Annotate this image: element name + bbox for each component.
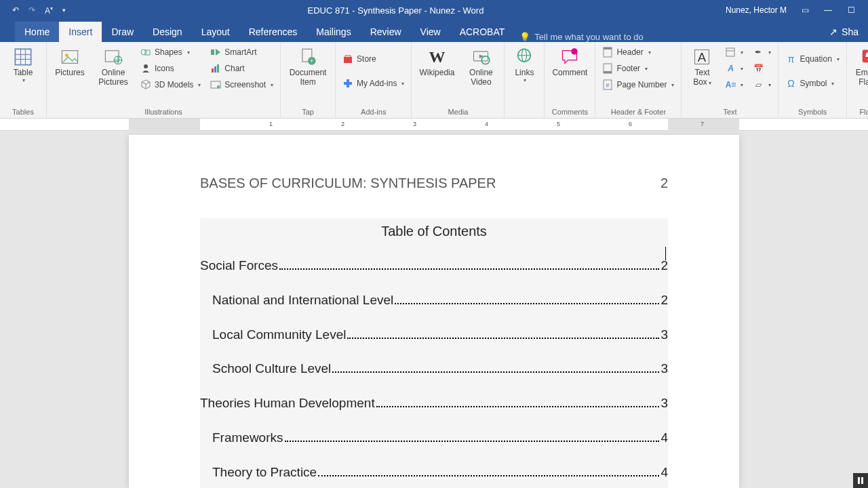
group-addins-label: Add-ins [336, 108, 411, 118]
store-button[interactable]: Store [340, 52, 407, 66]
text-box-button[interactable]: A Text Box▾ [686, 45, 718, 88]
group-media-label: Media [412, 108, 504, 118]
tab-insert[interactable]: Insert [59, 22, 102, 42]
svg-rect-31 [604, 47, 612, 49]
ruler-mark: 6 [629, 121, 632, 127]
tab-references[interactable]: References [239, 22, 307, 42]
icons-label: Icons [155, 64, 174, 73]
toc-entry[interactable]: National and International Level 2 [200, 293, 668, 308]
toc-entry[interactable]: Theory to Practice 4 [200, 465, 668, 481]
maximize-icon[interactable]: ☐ [846, 5, 856, 15]
share-button[interactable]: ↗ Sha [820, 22, 868, 42]
toc-entry-text: Social Forces [200, 258, 278, 274]
page-number-icon: # [602, 79, 613, 90]
document-title: EDUC 871 - Synthesis Paper - Nunez - Wor… [66, 5, 726, 16]
document-item-button[interactable]: + Document Item [285, 45, 331, 88]
svg-rect-33 [604, 71, 612, 73]
comment-button[interactable]: Comment [549, 45, 591, 79]
redo-icon[interactable]: ↷ [28, 5, 35, 15]
svg-point-6 [65, 54, 68, 57]
table-icon [14, 46, 33, 68]
page[interactable]: BASES OF CURRICULUM: SYNTHESIS PAPER 2 T… [129, 135, 739, 488]
pictures-button[interactable]: Pictures [51, 45, 89, 79]
toc-entry[interactable]: School Culture Level 3 [200, 361, 668, 377]
my-addins-button[interactable]: My Add-ins▾ [340, 76, 407, 91]
object-button[interactable]: ▱▾ [750, 77, 774, 92]
pause-button[interactable] [853, 473, 868, 488]
store-icon [342, 54, 353, 64]
shapes-label: Shapes [155, 47, 182, 57]
minimize-icon[interactable]: — [823, 5, 833, 15]
group-header-footer: Header▾ Footer▾ # Page Number▾ Header & … [595, 42, 682, 118]
svg-marker-13 [216, 49, 220, 56]
footer-button[interactable]: Footer▾ [599, 61, 677, 76]
toc-entry-page: 2 [660, 293, 668, 308]
links-label: Links [515, 68, 534, 77]
object-icon: ▱ [753, 79, 764, 90]
symbol-icon: Ω [785, 78, 796, 89]
comment-icon [560, 46, 579, 68]
chevron-down-icon: ▾ [22, 77, 25, 83]
quick-parts-button[interactable]: ▾ [722, 45, 746, 60]
font-quick-icon[interactable]: A▾ [45, 5, 53, 16]
tab-draw[interactable]: Draw [102, 22, 143, 42]
symbol-button[interactable]: Ω Symbol▾ [783, 76, 842, 91]
header-button[interactable]: Header▾ [599, 45, 677, 60]
tab-mailings[interactable]: Mailings [307, 22, 360, 42]
table-button[interactable]: Table ▾ [4, 45, 42, 85]
toc-entry-page: 4 [660, 465, 668, 481]
tab-home[interactable]: Home [15, 22, 59, 42]
online-pictures-button[interactable]: Online Pictures [93, 45, 134, 88]
tab-view[interactable]: View [411, 22, 450, 42]
tell-me-search[interactable]: 💡 Tell me what you want to do [519, 32, 643, 42]
svg-rect-16 [217, 64, 219, 73]
flash-icon [859, 46, 868, 68]
ruler-mark: 3 [413, 121, 416, 127]
user-name[interactable]: Nunez, Hector M [726, 5, 787, 15]
toc-title: Table of Contents [200, 224, 668, 239]
page-number-button[interactable]: # Page Number▾ [599, 77, 677, 92]
online-video-button[interactable]: Online Video [462, 45, 500, 88]
icons-button[interactable]: Icons [138, 61, 203, 76]
links-button[interactable]: Links ▾ [509, 45, 540, 85]
tab-design[interactable]: Design [143, 22, 192, 42]
group-addins: Store My Add-ins▾ Add-ins [336, 42, 412, 118]
drop-cap-button[interactable]: A≡▾ [722, 77, 746, 92]
share-icon: ↗ [829, 26, 837, 37]
equation-button[interactable]: π Equation▾ [783, 52, 842, 66]
undo-icon[interactable]: ↶ [12, 5, 19, 15]
comment-label: Comment [552, 68, 587, 77]
tab-acrobat[interactable]: ACROBAT [450, 22, 515, 42]
signature-line-button[interactable]: ✒▾ [750, 45, 774, 60]
toc-leader-dots [279, 268, 659, 270]
toc-entry[interactable]: Theories Human Development 3 [200, 396, 668, 411]
embed-flash-button[interactable]: Embed Flash [851, 45, 868, 88]
quick-parts-icon [725, 47, 736, 58]
shapes-button[interactable]: Shapes▾ [138, 45, 203, 60]
drop-cap-icon: A≡ [725, 79, 736, 90]
wikipedia-button[interactable]: W Wikipedia [416, 45, 458, 79]
screenshot-button[interactable]: Screenshot▾ [208, 77, 276, 92]
ribbon-options-icon[interactable]: ▭ [800, 5, 810, 15]
wordart-button[interactable]: A▾ [722, 61, 746, 76]
toc-entry[interactable]: Frameworks 4 [200, 430, 668, 446]
toc-field[interactable]: Table of Contents Social Forces 2Nationa… [200, 218, 668, 488]
group-links-label [505, 108, 544, 118]
svg-rect-12 [211, 49, 214, 55]
smartart-button[interactable]: SmartArt [208, 45, 276, 60]
date-time-button[interactable]: 📅 [750, 61, 774, 76]
toc-entry[interactable]: Social Forces 2 [200, 258, 668, 274]
tab-layout[interactable]: Layout [192, 22, 239, 42]
toc-entry[interactable]: Local Community Level 3 [200, 327, 668, 343]
header-icon [602, 47, 613, 58]
online-pictures-icon [104, 46, 123, 68]
toc-entry-page: 2 [660, 258, 668, 274]
tab-review[interactable]: Review [361, 22, 411, 42]
horizontal-ruler[interactable]: 1 2 3 4 5 6 7 [0, 119, 868, 131]
chart-button[interactable]: Chart [208, 61, 276, 76]
qat-more-icon[interactable]: ▾ [62, 7, 66, 14]
wikipedia-label: Wikipedia [419, 68, 454, 77]
svg-point-18 [217, 85, 220, 88]
3d-models-button[interactable]: 3D Models▾ [138, 77, 203, 92]
document-area[interactable]: BASES OF CURRICULUM: SYNTHESIS PAPER 2 T… [0, 131, 868, 488]
